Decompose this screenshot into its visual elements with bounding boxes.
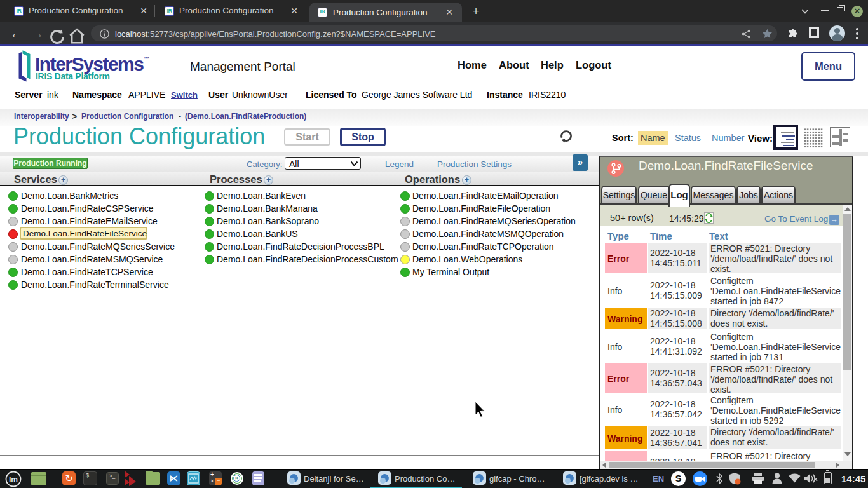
svg-text:lm: lm (9, 475, 18, 484)
